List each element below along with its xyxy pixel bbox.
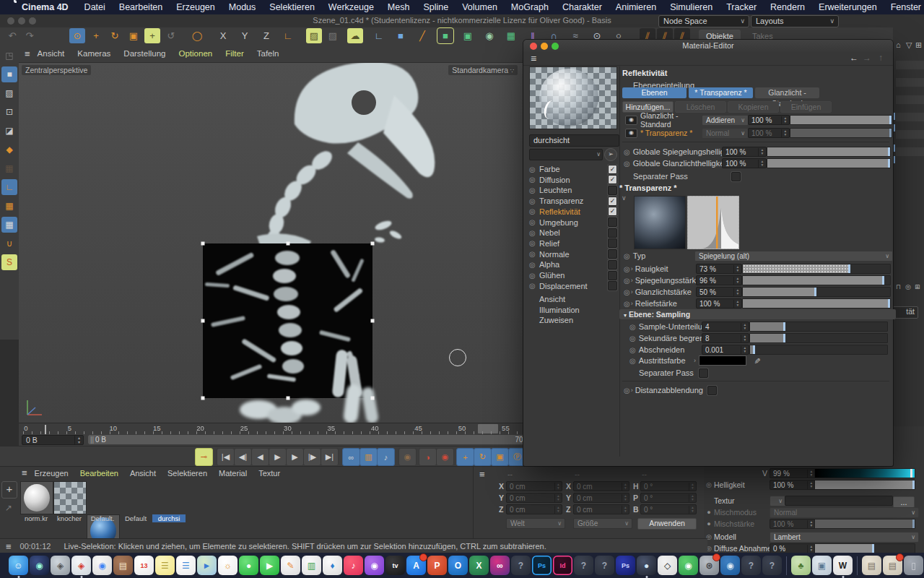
material-manager-menu-icon[interactable]: ≡ <box>22 467 27 478</box>
channel-item-normale[interactable]: ◎Normale <box>529 249 617 259</box>
slider-field[interactable]: 100 %▴▾ <box>696 298 742 309</box>
channel-checkbox[interactable] <box>608 238 617 248</box>
global-field[interactable]: 100 %▴▾ <box>722 147 767 157</box>
menubar-item-erweiterungen[interactable]: Erweiterungen <box>819 2 877 12</box>
render-picture-viewer-button[interactable]: ▨ <box>325 28 341 43</box>
add-icon[interactable]: ⊞ <box>915 283 920 290</box>
slider-radio[interactable]: ◎ <box>624 288 630 296</box>
dock-icon-notes[interactable]: ☰ <box>155 556 175 575</box>
dock-icon-apple-tv[interactable]: tv <box>385 556 405 575</box>
brightness-slider[interactable] <box>814 480 915 490</box>
add-object-icon[interactable]: ⊞ <box>915 40 922 50</box>
spinner-arrows[interactable]: ▴▾ <box>554 494 562 502</box>
coordinate-field[interactable]: 0 cm▴▾ <box>573 493 629 503</box>
polygon-mode[interactable]: ◆ <box>1 142 17 158</box>
goto-next-key-button[interactable]: |▶ <box>303 448 321 466</box>
global-field[interactable]: 100 %▴▾ <box>722 158 767 168</box>
channel-item-transparenz[interactable]: ◎Transparenz✓ <box>529 196 617 206</box>
snap-magnet[interactable]: ∪ <box>1 236 17 251</box>
layer-strength-field[interactable]: 100 %▴▾ <box>748 128 790 138</box>
dock-icon-numbers[interactable]: ▥ <box>302 556 321 575</box>
zoom-icon[interactable] <box>552 43 559 50</box>
spline-axis-tool[interactable]: ∟ <box>371 28 387 43</box>
page-item-illumination[interactable]: Illumination <box>529 305 617 315</box>
dock-icon-photoshop[interactable]: Ps <box>532 556 552 575</box>
minimize-icon[interactable] <box>541 43 548 50</box>
transparenz-curve-preview[interactable] <box>687 196 739 249</box>
expand-caret[interactable]: › <box>631 300 633 307</box>
falloff-slider[interactable] <box>814 543 915 553</box>
dock-icon-indesign[interactable]: Id <box>553 556 572 575</box>
filter-icon[interactable]: ▽ <box>906 40 912 50</box>
prev-frame-button[interactable]: ◀ <box>251 448 269 466</box>
dock-icon-notebook-stack-2[interactable]: ▤ <box>883 556 902 575</box>
mix-mode-dropdown[interactable]: Normal∨ <box>770 507 919 518</box>
material-editor-titlebar[interactable]: Material-Editor <box>523 40 893 53</box>
spinner-arrows[interactable]: ▴▾ <box>689 506 696 514</box>
spinner-arrows[interactable]: ▴▾ <box>622 506 629 514</box>
spinner-arrows[interactable]: ▴▾ <box>554 483 562 491</box>
coordinate-field[interactable]: 0 cm▴▾ <box>506 481 562 491</box>
menubar-item-datei[interactable]: Datei <box>84 2 105 12</box>
dock-icon-finder[interactable]: ☺ <box>9 556 28 575</box>
dock-icon-reminders[interactable]: ☰ <box>176 556 196 575</box>
slider-track[interactable] <box>742 298 891 309</box>
render-view-button[interactable]: ▨ <box>306 28 322 43</box>
spinner-arrows[interactable]: ▴▾ <box>689 483 696 491</box>
volume-builder[interactable]: ◉ <box>481 28 497 43</box>
make-editable-mode[interactable]: ◳ <box>1 48 17 64</box>
active-move-tool[interactable]: + <box>144 28 160 43</box>
layer-visibility-icon[interactable]: ◉ <box>625 129 637 138</box>
key-position-button[interactable]: + <box>456 448 474 466</box>
spinner-arrows[interactable]: ▴▾ <box>622 483 629 491</box>
layer-strength-slider[interactable] <box>790 115 892 125</box>
status-menu-icon[interactable]: ≡ <box>6 541 12 552</box>
reflectance-tab-0[interactable]: Ebenen <box>622 87 687 98</box>
channel-checkbox[interactable] <box>608 281 617 290</box>
uv-mode[interactable]: ▦ <box>1 160 17 176</box>
render-settings-button[interactable]: ☁ <box>347 28 363 43</box>
slider-radio[interactable]: ◎ <box>624 265 630 273</box>
sampling-radio[interactable]: ◎ <box>629 323 636 331</box>
layer-blend-dropdown[interactable]: Addieren∨ <box>702 115 749 126</box>
model-dropdown[interactable]: Lambert∨ <box>770 532 919 543</box>
apply-button[interactable]: Anwenden <box>637 518 697 530</box>
falloff-field[interactable]: 0 %▴▾ <box>770 543 816 553</box>
dock-icon-unknown-app-5[interactable]: ? <box>762 556 782 575</box>
viewport-default-camera-label[interactable]: Standardkamera ∵ <box>448 65 518 75</box>
menubar-item-bearbeiten[interactable]: Bearbeiten <box>119 2 162 12</box>
key-rotation-button[interactable]: ↻ <box>474 448 492 466</box>
slider-field[interactable]: 50 %▴▾ <box>696 287 742 297</box>
channel-item-umgebung[interactable]: ◎Umgebung <box>529 217 617 228</box>
extrude-generator[interactable]: ▣ <box>460 28 476 43</box>
viewport[interactable]: ≡ AnsichtKamerasDarstellungOptionenFilte… <box>19 45 523 423</box>
dock-icon-app-store[interactable]: A <box>406 556 426 575</box>
dock-icon-trash[interactable]: ▯ <box>904 556 923 575</box>
layer-button-kopieren[interactable]: Kopieren <box>728 101 779 113</box>
sound-button[interactable]: ♪ <box>377 448 395 466</box>
autokey-button[interactable]: ⊸ <box>195 448 213 466</box>
material-menu-material[interactable]: Material <box>219 469 247 478</box>
menubar-item-rendern[interactable]: Rendern <box>770 2 805 12</box>
material-menu-bearbeiten[interactable]: Bearbeiten <box>80 469 118 478</box>
slider-track[interactable] <box>742 264 891 274</box>
menubar-item-simulieren[interactable]: Simulieren <box>670 2 712 12</box>
subdivision-surface[interactable]: ■ <box>437 28 453 43</box>
typ-radio[interactable]: ◎ <box>624 252 630 260</box>
back-icon[interactable]: ← <box>850 53 858 63</box>
lock-workplane[interactable]: ▦ <box>1 217 17 233</box>
viewport-menu-optionen[interactable]: Optionen <box>179 49 213 58</box>
channel-checkbox[interactable]: ✓ <box>608 175 617 184</box>
dock-icon-unknown-app-3[interactable]: ? <box>595 556 614 575</box>
material-editor-menu-icon[interactable]: ≡ <box>531 53 536 64</box>
separate-pass2-checkbox[interactable] <box>699 368 708 378</box>
dock-icon-safari[interactable]: ◈ <box>71 556 91 575</box>
coordinate-field[interactable]: 0 °▴▾ <box>640 481 697 491</box>
menubar-item-charakter[interactable]: Charakter <box>562 2 602 12</box>
transparenz-section-header[interactable]: * Transparenz * <box>619 183 676 193</box>
menubar-item-mograph[interactable]: MoGraph <box>511 2 549 12</box>
sampling-radio[interactable]: ◎ <box>629 346 636 354</box>
channel-item-alpha[interactable]: ◎Alpha <box>529 259 617 269</box>
page-item-zuweisen[interactable]: Zuweisen <box>529 315 617 325</box>
channel-item-displacement[interactable]: ◎Displacement <box>529 281 617 291</box>
